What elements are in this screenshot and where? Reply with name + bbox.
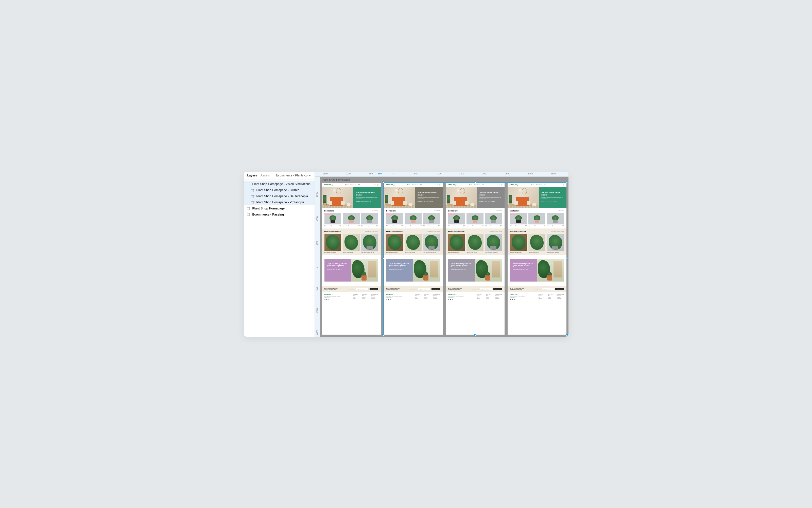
layer-row[interactable]: Plant Shop Homepage - Deuteranopia xyxy=(244,193,315,199)
social-icon[interactable]: ◉ xyxy=(386,299,387,300)
collection-card[interactable]: Vibrant home plants xyxy=(343,234,360,253)
featured-link[interactable]: VIEW ALL COLLECTIONS xyxy=(489,231,502,232)
product-card[interactable]: Aglaonema Red$40 xyxy=(467,213,483,226)
footer-link[interactable]: Contact xyxy=(538,298,544,300)
footer-link[interactable]: Returns xyxy=(362,298,367,300)
cart-icon[interactable]: 🛒 xyxy=(377,184,379,185)
search-icon[interactable]: ⌕ xyxy=(561,184,562,185)
cart-icon[interactable]: 🛒 xyxy=(563,184,564,185)
email-field[interactable] xyxy=(541,288,554,290)
cart-icon[interactable]: 🛒 xyxy=(439,184,441,185)
footer-link[interactable]: Contact xyxy=(415,298,420,300)
social-icon[interactable]: ◉ xyxy=(510,299,511,300)
nav-link[interactable]: Care tools xyxy=(536,184,542,185)
bestsellers-link[interactable]: SHOP NOW xyxy=(372,210,378,211)
bestsellers-link[interactable]: SHOP NOW xyxy=(558,210,564,211)
artboard[interactable]: plants.co🍃 Plants Care tools Gifts ◇ ⌕ 🛒… xyxy=(322,183,381,335)
section-label[interactable]: Plant Shop Homepage xyxy=(322,178,350,181)
user-icon[interactable]: ◇ xyxy=(558,184,560,185)
social-icon[interactable]: ▣ xyxy=(326,299,328,300)
footer-link[interactable]: Returns xyxy=(486,298,491,300)
collection-card[interactable]: For the true plant lovers xyxy=(386,234,403,253)
product-card[interactable]: LOW LIGHTAglaonema Pink$45 xyxy=(448,213,465,226)
nav-link[interactable]: Plants xyxy=(407,184,411,185)
collection-card[interactable]: Vibrant home plants xyxy=(528,234,545,253)
subscribe-button[interactable]: SUBSCRIBE xyxy=(370,288,378,290)
email-field[interactable] xyxy=(480,288,492,290)
tips-cta[interactable]: EXPLORE OVER 40 FREE TIPS xyxy=(451,268,466,270)
footer-link[interactable]: Wholesale xyxy=(557,298,564,300)
subscribe-button[interactable]: SUBSCRIBE xyxy=(431,288,440,290)
social-icon[interactable]: ◉ xyxy=(448,299,449,300)
search-icon[interactable]: ⌕ xyxy=(437,184,438,185)
collection-card[interactable]: For the true plant lovers xyxy=(325,234,341,253)
footer-link[interactable]: Wholesale xyxy=(371,298,378,300)
tips-cta[interactable]: EXPLORE OVER 40 FREE TIPS xyxy=(389,268,404,270)
featured-link[interactable]: VIEW ALL COLLECTIONS xyxy=(365,231,378,232)
collection-card[interactable]: For the true plant lovers xyxy=(448,234,465,253)
page-selector[interactable]: Ecommerce - Plants.co xyxy=(276,174,311,177)
social-icon[interactable]: ✦ xyxy=(390,299,391,300)
nav-link[interactable]: Care tools xyxy=(350,184,356,185)
nav-link[interactable]: Gifts xyxy=(482,184,484,185)
footer-link[interactable]: Wholesale xyxy=(495,298,502,300)
subscribe-button[interactable]: SUBSCRIBE xyxy=(493,288,502,290)
search-icon[interactable]: ⌕ xyxy=(499,184,500,185)
collection-card[interactable]: Best plant gifts for moms xyxy=(423,234,440,253)
footer-logo[interactable]: plants.co🍃 xyxy=(510,293,528,295)
footer-logo[interactable]: plants.co🍃 xyxy=(325,293,342,295)
social-icon[interactable]: ✦ xyxy=(514,299,515,300)
collection-card[interactable]: Best plant gifts for moms xyxy=(361,234,378,253)
layer-row[interactable]: Plant Shop Homepage - Protanopia xyxy=(244,199,315,205)
social-icon[interactable]: ▣ xyxy=(388,299,389,300)
social-icon[interactable]: ✦ xyxy=(452,299,453,300)
search-icon[interactable]: ⌕ xyxy=(375,184,376,185)
artboard[interactable]: plants.co🍃 Plants Care tools Gifts ◇ ⌕ 🛒… xyxy=(384,183,443,335)
nav-link[interactable]: Gifts xyxy=(358,184,361,185)
site-logo[interactable]: plants.co🍃 xyxy=(324,184,333,186)
email-field[interactable] xyxy=(418,288,430,290)
collection-card[interactable]: Vibrant home plants xyxy=(467,234,483,253)
hero-cta[interactable]: BROWSE THIS COLLECTION xyxy=(541,201,564,203)
featured-link[interactable]: VIEW ALL COLLECTIONS xyxy=(427,231,440,232)
product-card[interactable]: Aglaonema Grey$52 xyxy=(423,213,440,226)
site-logo[interactable]: plants.co🍃 xyxy=(510,184,519,186)
product-card[interactable]: Aglaonema Red$40 xyxy=(404,213,422,226)
layer-row[interactable]: Plant Shop Homepage xyxy=(244,205,315,211)
footer-link[interactable]: Returns xyxy=(548,298,553,300)
footer-link[interactable]: Contact xyxy=(477,298,482,300)
product-card[interactable]: LOW LIGHTAglaonema Pink$45 xyxy=(510,213,527,226)
nav-link[interactable]: Plants xyxy=(345,184,348,185)
footer-link[interactable]: Returns xyxy=(424,298,429,300)
product-card[interactable]: Aglaonema Grey$52 xyxy=(485,213,502,226)
hero-cta[interactable]: BROWSE THIS COLLECTION xyxy=(355,201,378,203)
layer-row[interactable]: Plant Shop Homepage - Blurred xyxy=(244,187,315,193)
collection-card[interactable]: Best plant gifts for moms xyxy=(485,234,502,253)
nav-link[interactable]: Plants xyxy=(469,184,472,185)
ruler-vertical[interactable]: -1500-1000-500050010001500 xyxy=(315,177,320,337)
product-card[interactable]: LOW LIGHTAglaonema Pink$45 xyxy=(386,213,403,226)
artboard[interactable]: plants.co🍃 Plants Care tools Gifts ◇ ⌕ 🛒… xyxy=(446,183,505,335)
product-card[interactable]: Aglaonema Grey$52 xyxy=(547,213,564,226)
email-field[interactable] xyxy=(356,288,369,290)
product-card[interactable]: Aglaonema Red$40 xyxy=(528,213,545,226)
tab-layers[interactable]: Layers xyxy=(247,174,257,177)
hero-cta[interactable]: BROWSE THIS COLLECTION xyxy=(479,201,502,203)
user-icon[interactable]: ◇ xyxy=(373,184,374,185)
product-card[interactable]: Aglaonema Red$40 xyxy=(343,213,360,226)
footer-logo[interactable]: plants.co🍃 xyxy=(448,293,466,295)
tips-cta[interactable]: EXPLORE OVER 40 FREE TIPS xyxy=(328,268,342,270)
collection-card[interactable]: Best plant gifts for moms xyxy=(547,234,564,253)
cart-icon[interactable]: 🛒 xyxy=(501,184,503,185)
layer-row[interactable]: Ecommerce - Passing xyxy=(244,211,315,218)
nav-link[interactable]: Gifts xyxy=(420,184,422,185)
layer-row[interactable]: Plant Shop Homepage - Vision Simulations xyxy=(244,181,315,187)
social-icon[interactable]: ▣ xyxy=(450,299,451,300)
hero-cta[interactable]: BROWSE THIS COLLECTION xyxy=(418,201,440,203)
nav-link[interactable]: Care tools xyxy=(474,184,480,185)
social-icon[interactable]: ✦ xyxy=(328,299,329,300)
canvas[interactable]: Plant Shop Homepage plants.co🍃 Plants Ca… xyxy=(320,177,569,337)
featured-link[interactable]: VIEW ALL COLLECTIONS xyxy=(551,231,564,232)
artboard[interactable]: plants.co🍃 Plants Care tools Gifts ◇ ⌕ 🛒… xyxy=(508,183,566,335)
nav-link[interactable]: Plants xyxy=(531,184,534,185)
